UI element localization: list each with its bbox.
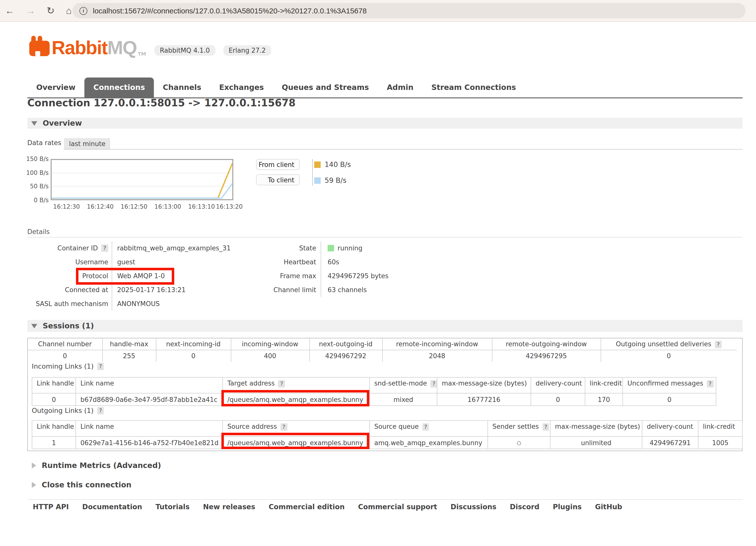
- tab-overview[interactable]: Overview: [27, 77, 84, 97]
- running-status-swatch: [328, 245, 334, 251]
- footer-link-plugins[interactable]: Plugins: [553, 503, 582, 511]
- data-rates-chart: [51, 159, 233, 200]
- rabbitmq-logo[interactable]: RabbitMQ TM: [29, 36, 146, 57]
- outgoing-links-title: Outgoing Links (1)?: [32, 406, 104, 414]
- detail-row-sasl: SASL auth mechanism ANONYMOUS: [27, 297, 290, 311]
- browser-toolbar: ← → ↻ ⌂ i localhost:15672/#/connections/…: [0, 0, 756, 22]
- footer-link-http-api[interactable]: HTTP API: [33, 503, 69, 511]
- x-axis-label: 16:13:10: [186, 203, 217, 210]
- chevron-right-icon: [32, 463, 36, 469]
- x-axis-label: 16:12:40: [84, 203, 116, 210]
- detail-row-channel-limit: Channel limit 63 channels: [243, 283, 521, 297]
- incoming-links-table: Link handle Link name Target address? sn…: [32, 377, 716, 406]
- reload-icon[interactable]: ↻: [47, 6, 55, 15]
- legend-entry-from-client: 140 B/s: [314, 160, 351, 168]
- details-right-table: State running Heartbeat 60s Frame max 42…: [243, 241, 521, 297]
- site-info-icon[interactable]: i: [79, 7, 87, 15]
- help-icon[interactable]: ?: [430, 380, 437, 388]
- outgoing-links-header-row: Link handle Link name Source address? So…: [32, 421, 742, 437]
- help-icon[interactable]: ?: [715, 341, 722, 348]
- tab-admin[interactable]: Admin: [378, 77, 422, 97]
- help-icon[interactable]: ?: [97, 407, 104, 414]
- footer-link-github[interactable]: GitHub: [595, 503, 622, 511]
- incoming-links-title: Incoming Links (1)?: [32, 362, 104, 370]
- footer-rule: [27, 499, 743, 500]
- help-icon[interactable]: ?: [422, 423, 429, 431]
- section-runtime-metrics[interactable]: Runtime Metrics (Advanced): [32, 461, 161, 470]
- main-nav-tabs: Overview Connections Channels Exchanges …: [27, 77, 743, 98]
- state-value: running: [338, 244, 362, 251]
- x-axis-label: 16:12:30: [51, 203, 82, 210]
- x-axis-label: 16:13:20: [213, 203, 245, 210]
- incoming-links-header-row: Link handle Link name Target address? sn…: [32, 377, 716, 393]
- legend-from-client-button[interactable]: From client: [256, 159, 300, 170]
- session-table-value-row: 0 255 0 400 4294967292 2048 4294967295 0: [28, 350, 737, 362]
- help-icon[interactable]: ?: [542, 423, 549, 431]
- chevron-down-icon: [31, 324, 37, 328]
- x-axis-label: 16:12:50: [118, 203, 150, 210]
- rabbit-icon: [29, 36, 50, 57]
- footer-link-documentation[interactable]: Documentation: [82, 503, 142, 511]
- tab-queues-and-streams[interactable]: Queues and Streams: [273, 77, 378, 97]
- help-icon[interactable]: ?: [278, 380, 285, 388]
- time-range-selector[interactable]: last minute: [64, 138, 110, 149]
- detail-row-heartbeat: Heartbeat 60s: [243, 255, 521, 269]
- session-table: Channel number handle-max next-incoming-…: [28, 338, 737, 362]
- footer-link-discussions[interactable]: Discussions: [450, 503, 496, 511]
- sessions-section-header[interactable]: Sessions (1): [27, 320, 743, 332]
- y-axis-label: 150 B/s: [20, 155, 49, 162]
- chart-line-to-client: [52, 183, 232, 198]
- tab-exchanges[interactable]: Exchanges: [210, 77, 273, 97]
- outgoing-links-value-row: 1 0629e7a1-4156-b146-a752-f7b40e1e821d /…: [32, 437, 742, 449]
- y-axis-label: 0 B/s: [20, 197, 49, 204]
- chart-line-from-client: [52, 163, 232, 198]
- chevron-right-icon: [32, 482, 36, 488]
- legend-divider: [312, 159, 313, 186]
- section-close-connection[interactable]: Close this connection: [32, 480, 132, 489]
- to-client-swatch: [314, 177, 321, 183]
- to-client-rate: 59 B/s: [325, 176, 346, 184]
- incoming-links-value-row: 0 b67d8689-0a6e-3e47-95df-87abb1e2a41c /…: [32, 393, 716, 406]
- footer-link-new-releases[interactable]: New releases: [203, 503, 255, 511]
- from-client-swatch: [314, 161, 321, 168]
- forward-icon[interactable]: →: [26, 6, 35, 15]
- x-axis: 16:12:30 16:12:40 16:12:50 16:13:00 16:1…: [51, 203, 233, 210]
- footer-link-tutorials[interactable]: Tutorials: [156, 503, 190, 511]
- help-icon[interactable]: ?: [97, 363, 104, 370]
- footer-link-discord[interactable]: Discord: [510, 503, 539, 511]
- url-text: localhost:15672/#/connections/127.0.0.1%…: [93, 6, 367, 15]
- footer-link-commercial-support[interactable]: Commercial support: [358, 503, 437, 511]
- session-table-header-row: Channel number handle-max next-incoming-…: [28, 338, 737, 350]
- tab-channels[interactable]: Channels: [154, 77, 210, 97]
- trademark-label: TM: [138, 51, 146, 57]
- chevron-down-icon: [31, 121, 37, 125]
- details-title: Details: [27, 228, 50, 235]
- sessions-panel: Channel number handle-max next-incoming-…: [27, 338, 743, 451]
- help-icon[interactable]: ?: [280, 423, 287, 431]
- help-icon[interactable]: ?: [707, 380, 714, 388]
- help-icon[interactable]: ?: [101, 244, 108, 251]
- home-icon[interactable]: ⌂: [66, 6, 72, 15]
- tab-stream-connections[interactable]: Stream Connections: [422, 77, 525, 97]
- data-rates-label: Data rates: [27, 139, 61, 146]
- page-title: Connection 127.0.0.1:58015 -> 127.0.0.1:…: [27, 97, 296, 109]
- y-axis-label: 50 B/s: [20, 183, 49, 190]
- footer-link-commercial-edition[interactable]: Commercial edition: [269, 503, 345, 511]
- overview-section-header[interactable]: Overview: [27, 118, 743, 129]
- legend-entry-to-client: 59 B/s: [314, 176, 346, 184]
- from-client-rate: 140 B/s: [325, 160, 351, 168]
- rabbitmq-version-badge: RabbitMQ 4.1.0: [154, 45, 215, 56]
- version-badges: RabbitMQ 4.1.0 Erlang 27.2: [154, 45, 271, 56]
- y-axis-label: 100 B/s: [20, 169, 49, 176]
- tab-connections[interactable]: Connections: [84, 77, 154, 97]
- back-icon[interactable]: ←: [5, 6, 14, 15]
- detail-row-frame-max: Frame max 4294967295 bytes: [243, 269, 521, 283]
- rabbitmq-management-page: ← → ↻ ⌂ i localhost:15672/#/connections/…: [0, 0, 756, 546]
- erlang-version-badge: Erlang 27.2: [223, 45, 271, 56]
- footer-links: HTTP API Documentation Tutorials New rel…: [33, 503, 622, 511]
- x-axis-label: 16:13:00: [152, 203, 184, 210]
- details-rule: [27, 237, 743, 237]
- logo-text: RabbitMQ: [52, 38, 137, 57]
- url-bar[interactable]: i localhost:15672/#/connections/127.0.0.…: [72, 3, 746, 18]
- legend-to-client-button[interactable]: To client: [256, 174, 300, 185]
